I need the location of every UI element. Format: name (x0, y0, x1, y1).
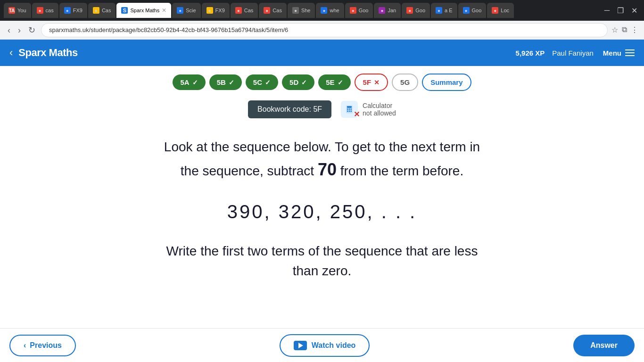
browser-tab-9[interactable]: ● Cas (259, 3, 287, 18)
tab-favicon-1: TA (8, 7, 15, 14)
task-tab-5d[interactable]: 5D ✓ (282, 74, 314, 90)
tab-favicon-4: ● (93, 7, 99, 14)
browser-tabs: TA You ● cas ● FX9 ● Cas S Sparx Maths ✕… (4, 3, 600, 18)
question-bold-number: 70 (318, 160, 337, 179)
tab-label-9: Cas (272, 8, 282, 13)
tab-favicon-8: ● (235, 7, 242, 14)
question-area: Look at the sequence below. To get to th… (0, 128, 644, 290)
browser-tab-12[interactable]: ● Goo (345, 3, 373, 18)
task-tab-summary[interactable]: Summary (422, 74, 471, 91)
browser-tab-active[interactable]: S Sparx Maths ✕ (116, 3, 171, 18)
task-tabs: 5A ✓ 5B ✓ 5C ✓ 5D ✓ 5E ✓ 5F ✕ 5G Summary (0, 66, 644, 97)
tab-5b-label: 5B (217, 78, 226, 86)
browser-tab-4[interactable]: ● Cas (88, 3, 116, 18)
minimize-button[interactable]: ─ (602, 5, 612, 16)
calculator-svg (345, 105, 354, 114)
watch-video-button[interactable]: Watch video (280, 334, 370, 357)
browser-tab-15[interactable]: ● a E (431, 3, 457, 18)
tab-5d-label: 5D (289, 78, 298, 86)
tab-favicon-2: ● (37, 7, 43, 14)
menu-label: Menu (603, 49, 621, 57)
watch-label: Watch video (312, 341, 356, 350)
task-tab-5f[interactable]: 5F ✕ (355, 74, 388, 91)
task-tab-5g[interactable]: 5G (392, 74, 418, 91)
menu-button[interactable]: Menu (603, 49, 635, 57)
tab-favicon-3: ● (64, 7, 71, 14)
svg-rect-4 (351, 108, 352, 110)
browser-tab-17[interactable]: ● Loc (487, 3, 514, 18)
extensions-icon[interactable]: ⧉ (622, 25, 627, 34)
address-bar: ‹ › ↻ sparxmaths.uk/student/package/bc82… (0, 21, 644, 40)
browser-tab-8[interactable]: ● Cas (231, 3, 258, 18)
tab-label-active: Sparx Maths (130, 8, 159, 13)
browser-tab-13[interactable]: ● Jan (374, 3, 401, 18)
tab-label-17: Loc (501, 8, 509, 13)
close-button[interactable]: ✕ (628, 5, 640, 16)
bottom-bar: ‹ Previous Watch video Answer (0, 328, 644, 362)
tab-5d-check-icon: ✓ (301, 79, 307, 86)
question-line2-end: from the term before. (337, 164, 463, 178)
svg-rect-7 (351, 111, 352, 112)
bookmark-icon[interactable]: ☆ (611, 25, 618, 34)
tab-favicon-10: ● (292, 7, 299, 14)
task-tab-5b[interactable]: 5B ✓ (209, 74, 242, 90)
svg-rect-6 (349, 111, 350, 112)
tab-favicon-9: ● (264, 7, 270, 14)
tab-favicon-12: ● (350, 7, 356, 14)
task-tab-5e[interactable]: 5E ✓ (318, 74, 350, 90)
tab-label-3: FX9 (73, 8, 83, 13)
tab-5g-label: 5G (400, 78, 410, 86)
browser-window-controls: ─ ❐ ✕ (602, 5, 640, 16)
tab-favicon-13: ● (379, 7, 385, 14)
browser-tab-1[interactable]: TA You (4, 3, 31, 18)
prev-chevron-icon: ‹ (24, 341, 26, 350)
svg-rect-5 (347, 111, 348, 112)
maximize-button[interactable]: ❐ (614, 5, 627, 16)
tab-label-8: Cas (244, 8, 254, 13)
address-bar-icons: ☆ ⧉ ⋮ (611, 25, 638, 34)
browser-tab-2[interactable]: ● cas (32, 3, 58, 18)
url-text: sparxmaths.uk/student/package/bc82cb50-9… (49, 26, 288, 33)
tab-5f-label: 5F (363, 78, 372, 86)
browser-tab-7[interactable]: ● FX9 (202, 3, 230, 18)
tab-label-15: a E (445, 8, 453, 13)
tab-favicon-17: ● (492, 7, 498, 14)
app-logo: Sparx Maths (18, 47, 515, 59)
calculator-notice: ✕ Calculator not allowed (341, 101, 396, 118)
tab-favicon-active: S (121, 7, 128, 14)
sequence-display: 390, 320, 250, . . . (75, 201, 569, 222)
answer-label: Answer (590, 341, 618, 349)
browser-tab-11[interactable]: ● whe (316, 3, 344, 18)
calculator-text: Calculator not allowed (363, 102, 396, 117)
calculator-icon: ✕ (341, 101, 358, 118)
forward-navigation-button[interactable]: › (16, 24, 23, 36)
user-name: Paul Faniyan (552, 49, 594, 57)
tab-label-11: whe (330, 8, 339, 13)
answer-button[interactable]: Answer (573, 335, 635, 356)
back-navigation-button[interactable]: ‹ (6, 24, 12, 36)
header-back-button[interactable]: ‹ (9, 47, 13, 59)
browser-tab-3[interactable]: ● FX9 (59, 3, 87, 18)
browser-tab-14[interactable]: ● Goo (402, 3, 430, 18)
play-icon (294, 341, 307, 350)
question-line2: the sequence, subtract (181, 164, 318, 178)
question-text: Look at the sequence below. To get to th… (75, 137, 569, 182)
browser-tab-10[interactable]: ● She (288, 3, 315, 18)
tab-favicon-16: ● (463, 7, 470, 14)
hamburger-icon (625, 49, 635, 56)
svg-rect-1 (347, 106, 352, 107)
tab-5a-check-icon: ✓ (192, 79, 198, 86)
tab-close-active[interactable]: ✕ (162, 7, 166, 14)
task-tab-5c[interactable]: 5C ✓ (246, 74, 278, 90)
tab-5c-check-icon: ✓ (265, 79, 271, 86)
bookwork-code-text: Bookwork code: 5F (257, 105, 322, 113)
refresh-button[interactable]: ↻ (26, 24, 37, 36)
tab-label-6: Scie (186, 8, 196, 13)
browser-tab-6[interactable]: ● Scie (172, 3, 200, 18)
bookwork-code-badge: Bookwork code: 5F (248, 100, 331, 118)
url-bar[interactable]: sparxmaths.uk/student/package/bc82cb50-9… (41, 23, 608, 37)
browser-menu-icon[interactable]: ⋮ (631, 25, 638, 34)
previous-button[interactable]: ‹ Previous (9, 335, 76, 356)
browser-tab-16[interactable]: ● Goo (458, 3, 487, 18)
task-tab-5a[interactable]: 5A ✓ (173, 74, 205, 90)
